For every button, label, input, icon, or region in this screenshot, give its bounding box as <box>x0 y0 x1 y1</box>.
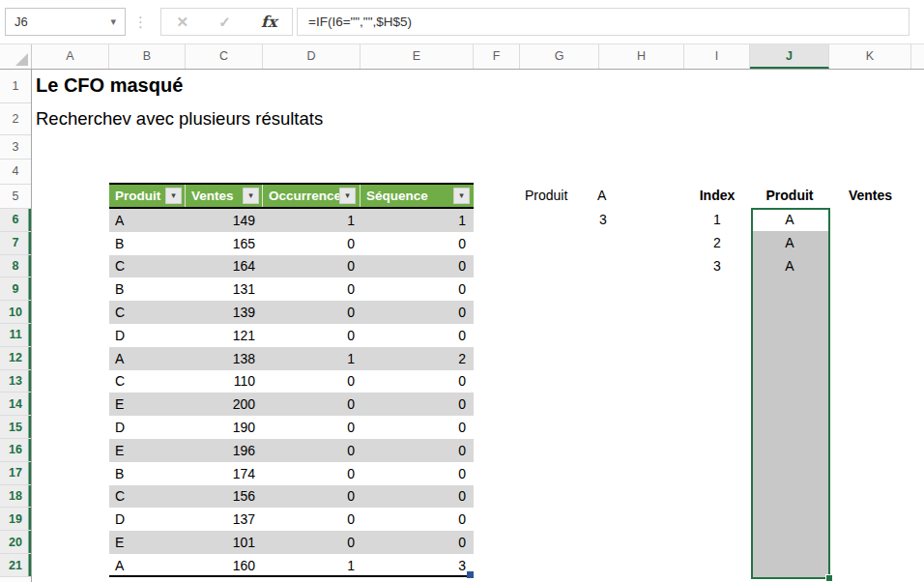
cell-ventes[interactable]: 139 <box>186 301 255 324</box>
cell-sequence[interactable]: 2 <box>361 347 466 370</box>
column-header-G[interactable]: G <box>520 44 599 69</box>
row-header-1[interactable]: 1 <box>0 70 31 103</box>
cell-occurrence[interactable]: 1 <box>263 554 355 577</box>
column-header-C[interactable]: C <box>186 44 263 69</box>
cell-I8-index[interactable]: 3 <box>684 255 750 278</box>
cell-occurrence[interactable]: 0 <box>263 439 355 462</box>
cell-I7-index[interactable]: 2 <box>684 232 750 255</box>
cell-ventes[interactable]: 101 <box>186 531 255 554</box>
row-header-15[interactable]: 15 <box>0 416 31 439</box>
cell-occurrence[interactable]: 0 <box>263 508 355 531</box>
cell-sequence[interactable]: 0 <box>361 439 466 462</box>
cell-ventes[interactable]: 110 <box>186 370 255 393</box>
cell-sequence[interactable]: 0 <box>361 232 466 255</box>
row-header-13[interactable]: 13 <box>0 370 31 393</box>
column-header-I[interactable]: I <box>684 44 750 69</box>
cell-occurrence[interactable]: 0 <box>263 531 355 554</box>
cell-ventes[interactable]: 190 <box>186 416 255 439</box>
row-header-14[interactable]: 14 <box>0 393 31 416</box>
cell-occurrence[interactable]: 1 <box>263 209 355 232</box>
cell-H6-lookup-count[interactable]: 3 <box>599 209 607 232</box>
column-header-B[interactable]: B <box>109 44 186 69</box>
cell-occurrence[interactable]: 0 <box>263 416 355 439</box>
cell-sequence[interactable]: 0 <box>361 508 466 531</box>
chevron-down-icon[interactable]: ▾ <box>110 15 125 28</box>
row-header-6[interactable]: 6 <box>0 209 31 232</box>
cell-B2-subtitle[interactable]: Recherchev avec plusieurs résultats <box>36 108 323 130</box>
cell-ventes[interactable]: 160 <box>186 554 255 577</box>
table-resize-handle[interactable] <box>467 571 474 578</box>
cell-I5-index-header[interactable]: Index <box>684 185 750 208</box>
filter-button-produit[interactable]: ▾ <box>165 188 182 204</box>
fill-handle[interactable] <box>825 574 833 582</box>
column-header-K[interactable]: K <box>829 44 911 69</box>
cell-ventes[interactable]: 138 <box>186 347 255 370</box>
row-header-7[interactable]: 7 <box>0 232 31 255</box>
cell-occurrence[interactable]: 0 <box>263 277 355 301</box>
cell-J8-produit[interactable]: A <box>750 255 829 278</box>
row-header-9[interactable]: 9 <box>0 277 31 301</box>
cell-ventes[interactable]: 200 <box>186 393 255 416</box>
formula-input[interactable]: =IF(I6="","",$H$5) <box>297 8 910 36</box>
cell-occurrence[interactable]: 0 <box>263 485 355 509</box>
cell-J5-produit-header[interactable]: Produit <box>750 185 829 208</box>
cell-produit[interactable]: C <box>115 255 125 278</box>
column-header-A[interactable]: A <box>32 44 109 69</box>
cell-ventes[interactable]: 165 <box>186 232 255 255</box>
cell-produit[interactable]: B <box>115 462 124 485</box>
column-header-F[interactable]: F <box>474 44 520 69</box>
cell-sequence[interactable]: 0 <box>361 531 466 554</box>
cell-J6-active-cell[interactable]: A <box>750 209 829 232</box>
cell-ventes[interactable]: 149 <box>186 209 255 232</box>
cell-sequence[interactable]: 0 <box>361 324 466 347</box>
cell-sequence[interactable]: 0 <box>361 301 466 324</box>
cell-I6-index[interactable]: 1 <box>684 209 750 232</box>
column-header-D[interactable]: D <box>263 44 361 69</box>
select-all-button[interactable] <box>0 44 32 69</box>
cancel-icon[interactable]: ✕ <box>177 14 189 31</box>
cell-occurrence[interactable]: 0 <box>263 255 355 278</box>
cell-H5-lookup-value[interactable]: A <box>597 185 606 208</box>
cell-produit[interactable]: E <box>115 531 124 554</box>
cell-produit[interactable]: A <box>115 347 124 370</box>
row-header-16[interactable]: 16 <box>0 439 31 462</box>
cell-ventes[interactable]: 121 <box>186 324 255 347</box>
filter-button-occurrence[interactable]: ▾ <box>339 188 356 204</box>
cell-produit[interactable]: D <box>115 508 125 531</box>
enter-icon[interactable]: ✓ <box>218 14 231 31</box>
cell-sequence[interactable]: 0 <box>361 462 466 485</box>
cell-ventes[interactable]: 164 <box>186 255 255 278</box>
row-header-5[interactable]: 5 <box>0 185 31 210</box>
row-header-8[interactable]: 8 <box>0 255 31 278</box>
cell-sequence[interactable]: 1 <box>361 209 466 232</box>
cell-ventes[interactable]: 174 <box>186 462 255 485</box>
row-header-18[interactable]: 18 <box>0 485 31 509</box>
row-header-12[interactable]: 12 <box>0 347 31 370</box>
row-header-2[interactable]: 2 <box>0 103 31 135</box>
cell-produit[interactable]: C <box>115 485 125 509</box>
cell-ventes[interactable]: 137 <box>186 508 255 531</box>
cell-sequence[interactable]: 0 <box>361 485 466 509</box>
cell-occurrence[interactable]: 0 <box>263 232 355 255</box>
cell-occurrence[interactable]: 0 <box>263 324 355 347</box>
row-header-17[interactable]: 17 <box>0 462 31 485</box>
cell-sequence[interactable]: 0 <box>361 393 466 416</box>
cell-sequence[interactable]: 3 <box>361 554 466 577</box>
column-header-E[interactable]: E <box>361 44 474 69</box>
row-header-10[interactable]: 10 <box>0 301 31 324</box>
row-header-19[interactable]: 19 <box>0 508 31 531</box>
column-header-J-selected[interactable]: J <box>750 44 829 69</box>
cell-ventes[interactable]: 131 <box>186 277 255 301</box>
row-header-3[interactable]: 3 <box>0 135 31 160</box>
cell-produit[interactable]: D <box>115 416 125 439</box>
filter-button-sequence[interactable]: ▾ <box>453 188 470 204</box>
cell-produit[interactable]: C <box>115 301 125 324</box>
cell-B1-title[interactable]: Le CFO masqué <box>36 74 183 97</box>
insert-function-icon[interactable]: fx <box>261 13 276 31</box>
cell-ventes[interactable]: 156 <box>186 485 255 509</box>
cell-K5-ventes-header[interactable]: Ventes <box>829 185 911 208</box>
cell-produit[interactable]: B <box>115 277 124 301</box>
cell-produit[interactable]: E <box>115 393 124 416</box>
cell-produit[interactable]: B <box>115 232 124 255</box>
cell-produit[interactable]: A <box>115 554 124 577</box>
